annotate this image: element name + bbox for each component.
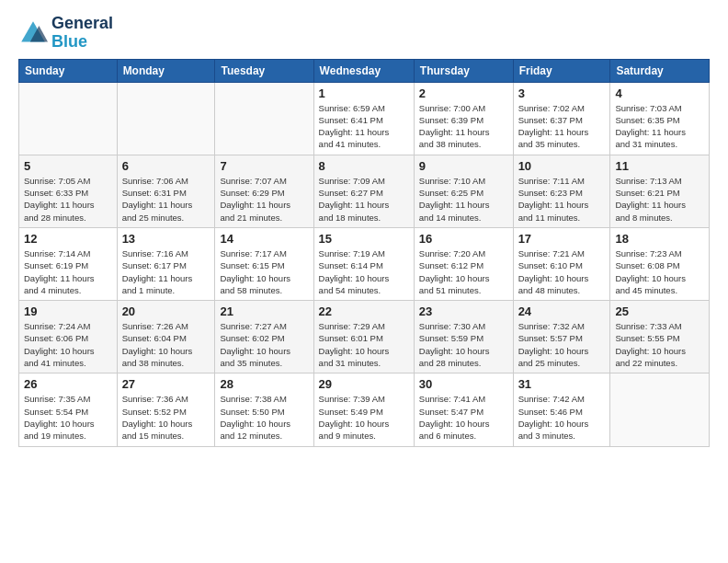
calendar-cell	[19, 82, 118, 155]
day-number: 28	[220, 377, 308, 391]
logo-icon	[18, 18, 48, 48]
weekday-header-row: SundayMondayTuesdayWednesdayThursdayFrid…	[19, 59, 710, 82]
calendar-cell: 17Sunrise: 7:21 AMSunset: 6:10 PMDayligh…	[513, 227, 610, 300]
week-row-1: 1Sunrise: 6:59 AMSunset: 6:41 PMDaylight…	[19, 82, 710, 155]
day-info: Sunrise: 7:30 AMSunset: 5:59 PMDaylight:…	[419, 320, 508, 369]
day-info: Sunrise: 7:29 AMSunset: 6:01 PMDaylight:…	[319, 320, 409, 369]
day-number: 9	[419, 159, 508, 173]
day-number: 2	[419, 86, 508, 100]
calendar-cell: 6Sunrise: 7:06 AMSunset: 6:31 PMDaylight…	[117, 155, 215, 227]
calendar-cell: 15Sunrise: 7:19 AMSunset: 6:14 PMDayligh…	[313, 227, 414, 300]
calendar-cell: 9Sunrise: 7:10 AMSunset: 6:25 PMDaylight…	[414, 155, 513, 227]
day-number: 3	[518, 86, 606, 100]
calendar-cell: 26Sunrise: 7:35 AMSunset: 5:54 PMDayligh…	[19, 373, 118, 446]
day-info: Sunrise: 7:23 AMSunset: 6:08 PMDaylight:…	[615, 247, 704, 296]
day-number: 20	[122, 304, 210, 318]
day-info: Sunrise: 7:36 AMSunset: 5:52 PMDaylight:…	[122, 393, 210, 442]
day-number: 26	[24, 377, 112, 391]
calendar-cell: 11Sunrise: 7:13 AMSunset: 6:21 PMDayligh…	[610, 155, 710, 227]
day-info: Sunrise: 7:17 AMSunset: 6:15 PMDaylight:…	[220, 247, 308, 296]
day-number: 11	[615, 159, 704, 173]
day-number: 5	[24, 159, 112, 173]
calendar-cell: 1Sunrise: 6:59 AMSunset: 6:41 PMDaylight…	[313, 82, 414, 155]
calendar-cell: 10Sunrise: 7:11 AMSunset: 6:23 PMDayligh…	[513, 155, 610, 227]
calendar-cell	[215, 82, 313, 155]
calendar-cell: 21Sunrise: 7:27 AMSunset: 6:02 PMDayligh…	[215, 301, 313, 373]
logo-text: General Blue	[51, 15, 113, 52]
calendar-cell: 7Sunrise: 7:07 AMSunset: 6:29 PMDaylight…	[215, 155, 313, 227]
day-info: Sunrise: 7:35 AMSunset: 5:54 PMDaylight:…	[24, 393, 112, 442]
day-info: Sunrise: 7:02 AMSunset: 6:37 PMDaylight:…	[518, 102, 606, 151]
weekday-header-thursday: Thursday	[414, 59, 513, 82]
calendar-cell: 14Sunrise: 7:17 AMSunset: 6:15 PMDayligh…	[215, 227, 313, 300]
day-info: Sunrise: 7:13 AMSunset: 6:21 PMDaylight:…	[615, 175, 704, 224]
calendar-cell: 23Sunrise: 7:30 AMSunset: 5:59 PMDayligh…	[414, 301, 513, 373]
day-info: Sunrise: 7:24 AMSunset: 6:06 PMDaylight:…	[24, 320, 112, 369]
logo: General Blue	[18, 15, 113, 52]
day-info: Sunrise: 7:33 AMSunset: 5:55 PMDaylight:…	[615, 320, 704, 369]
day-info: Sunrise: 7:41 AMSunset: 5:47 PMDaylight:…	[419, 393, 508, 442]
weekday-header-wednesday: Wednesday	[313, 59, 414, 82]
day-number: 10	[518, 159, 606, 173]
day-info: Sunrise: 7:27 AMSunset: 6:02 PMDaylight:…	[220, 320, 308, 369]
day-number: 23	[419, 304, 508, 318]
calendar-cell: 25Sunrise: 7:33 AMSunset: 5:55 PMDayligh…	[610, 301, 710, 373]
calendar-cell: 3Sunrise: 7:02 AMSunset: 6:37 PMDaylight…	[513, 82, 610, 155]
day-info: Sunrise: 7:19 AMSunset: 6:14 PMDaylight:…	[319, 247, 409, 296]
day-number: 21	[220, 304, 308, 318]
calendar-cell: 22Sunrise: 7:29 AMSunset: 6:01 PMDayligh…	[313, 301, 414, 373]
day-number: 31	[518, 377, 606, 391]
week-row-5: 26Sunrise: 7:35 AMSunset: 5:54 PMDayligh…	[19, 373, 710, 446]
calendar-cell: 24Sunrise: 7:32 AMSunset: 5:57 PMDayligh…	[513, 301, 610, 373]
calendar-cell: 12Sunrise: 7:14 AMSunset: 6:19 PMDayligh…	[19, 227, 118, 300]
day-number: 7	[220, 159, 308, 173]
calendar-cell: 18Sunrise: 7:23 AMSunset: 6:08 PMDayligh…	[610, 227, 710, 300]
day-info: Sunrise: 7:11 AMSunset: 6:23 PMDaylight:…	[518, 175, 606, 224]
day-info: Sunrise: 7:39 AMSunset: 5:49 PMDaylight:…	[319, 393, 409, 442]
calendar-cell: 29Sunrise: 7:39 AMSunset: 5:49 PMDayligh…	[313, 373, 414, 446]
day-info: Sunrise: 7:42 AMSunset: 5:46 PMDaylight:…	[518, 393, 606, 442]
day-number: 6	[122, 159, 210, 173]
day-number: 14	[220, 232, 308, 246]
day-info: Sunrise: 7:05 AMSunset: 6:33 PMDaylight:…	[24, 175, 112, 224]
calendar: SundayMondayTuesdayWednesdayThursdayFrid…	[18, 59, 710, 447]
day-info: Sunrise: 7:16 AMSunset: 6:17 PMDaylight:…	[122, 247, 210, 296]
day-number: 22	[319, 304, 409, 318]
weekday-header-monday: Monday	[117, 59, 215, 82]
day-info: Sunrise: 7:10 AMSunset: 6:25 PMDaylight:…	[419, 175, 508, 224]
day-number: 24	[518, 304, 606, 318]
day-info: Sunrise: 7:03 AMSunset: 6:35 PMDaylight:…	[615, 102, 704, 151]
calendar-cell: 19Sunrise: 7:24 AMSunset: 6:06 PMDayligh…	[19, 301, 118, 373]
day-info: Sunrise: 7:06 AMSunset: 6:31 PMDaylight:…	[122, 175, 210, 224]
day-info: Sunrise: 7:32 AMSunset: 5:57 PMDaylight:…	[518, 320, 606, 369]
day-number: 15	[319, 232, 409, 246]
calendar-cell	[117, 82, 215, 155]
week-row-4: 19Sunrise: 7:24 AMSunset: 6:06 PMDayligh…	[19, 301, 710, 373]
week-row-2: 5Sunrise: 7:05 AMSunset: 6:33 PMDaylight…	[19, 155, 710, 227]
day-number: 19	[24, 304, 112, 318]
day-info: Sunrise: 6:59 AMSunset: 6:41 PMDaylight:…	[319, 102, 409, 151]
calendar-cell: 31Sunrise: 7:42 AMSunset: 5:46 PMDayligh…	[513, 373, 610, 446]
weekday-header-saturday: Saturday	[610, 59, 710, 82]
day-number: 29	[319, 377, 409, 391]
day-info: Sunrise: 7:38 AMSunset: 5:50 PMDaylight:…	[220, 393, 308, 442]
day-number: 27	[122, 377, 210, 391]
day-number: 8	[319, 159, 409, 173]
calendar-cell: 20Sunrise: 7:26 AMSunset: 6:04 PMDayligh…	[117, 301, 215, 373]
calendar-cell: 30Sunrise: 7:41 AMSunset: 5:47 PMDayligh…	[414, 373, 513, 446]
weekday-header-sunday: Sunday	[19, 59, 118, 82]
calendar-cell: 5Sunrise: 7:05 AMSunset: 6:33 PMDaylight…	[19, 155, 118, 227]
day-number: 4	[615, 86, 704, 100]
day-info: Sunrise: 7:26 AMSunset: 6:04 PMDaylight:…	[122, 320, 210, 369]
calendar-cell: 13Sunrise: 7:16 AMSunset: 6:17 PMDayligh…	[117, 227, 215, 300]
calendar-cell: 4Sunrise: 7:03 AMSunset: 6:35 PMDaylight…	[610, 82, 710, 155]
weekday-header-friday: Friday	[513, 59, 610, 82]
day-number: 18	[615, 232, 704, 246]
day-number: 25	[615, 304, 704, 318]
day-number: 13	[122, 232, 210, 246]
calendar-cell	[610, 373, 710, 446]
day-info: Sunrise: 7:00 AMSunset: 6:39 PMDaylight:…	[419, 102, 508, 151]
calendar-cell: 28Sunrise: 7:38 AMSunset: 5:50 PMDayligh…	[215, 373, 313, 446]
day-info: Sunrise: 7:07 AMSunset: 6:29 PMDaylight:…	[220, 175, 308, 224]
calendar-cell: 8Sunrise: 7:09 AMSunset: 6:27 PMDaylight…	[313, 155, 414, 227]
